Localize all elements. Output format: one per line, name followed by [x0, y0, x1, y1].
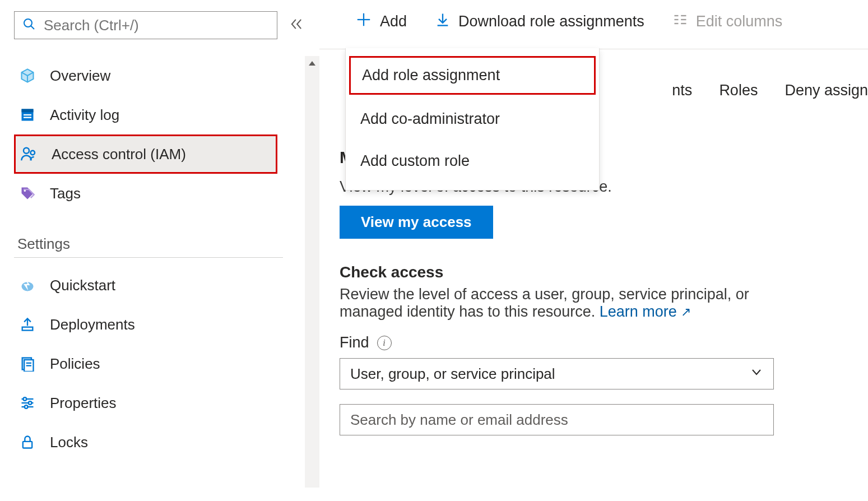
- edit-columns-button[interactable]: Edit columns: [672, 12, 783, 31]
- tab-deny-assignments-partial[interactable]: Deny assign: [785, 82, 868, 99]
- lock-icon: [18, 434, 36, 450]
- people-icon: [20, 146, 38, 163]
- find-label: Find: [340, 334, 369, 351]
- sidebar-nav: Overview Activity log Access control (IA…: [14, 56, 319, 462]
- svg-rect-8: [24, 117, 31, 118]
- svg-rect-6: [22, 109, 34, 113]
- svg-point-9: [24, 148, 29, 154]
- sliders-icon: [18, 395, 36, 411]
- sidebar-item-label: Deployments: [50, 316, 135, 333]
- sidebar: Overview Activity log Access control (IA…: [0, 0, 319, 501]
- add-button[interactable]: Add: [355, 11, 407, 32]
- find-type-select[interactable]: User, group, or service principal: [340, 358, 774, 389]
- svg-rect-14: [22, 327, 33, 331]
- find-type-value: User, group, or service principal: [350, 365, 555, 383]
- tab-roles[interactable]: Roles: [719, 82, 758, 99]
- collapse-sidebar-button[interactable]: [289, 16, 304, 34]
- columns-icon: [672, 12, 688, 31]
- sidebar-item-access-control[interactable]: Access control (IAM): [14, 134, 277, 174]
- upload-icon: [18, 317, 36, 332]
- svg-point-22: [29, 401, 32, 405]
- sidebar-divider: [14, 257, 283, 258]
- svg-line-1: [31, 26, 34, 29]
- sidebar-item-label: Quickstart: [50, 277, 115, 294]
- sidebar-item-label: Locks: [50, 434, 88, 451]
- menu-item-add-co-administrator[interactable]: Add co-administrator: [346, 98, 599, 140]
- tab-role-assignments-partial[interactable]: nts: [672, 82, 692, 99]
- download-icon: [435, 12, 451, 31]
- sidebar-item-label: Policies: [50, 355, 100, 373]
- cube-icon: [18, 68, 36, 84]
- command-bar: Add Download role assignments Edit colum…: [319, 11, 868, 49]
- main-pane: Add Download role assignments Edit colum…: [319, 0, 868, 501]
- sidebar-item-policies[interactable]: Policies: [14, 344, 297, 383]
- menu-item-add-role-assignment[interactable]: Add role assignment: [349, 56, 596, 95]
- sidebar-item-deployments[interactable]: Deployments: [14, 305, 297, 344]
- download-role-assignments-button[interactable]: Download role assignments: [435, 12, 644, 31]
- svg-rect-25: [23, 442, 32, 448]
- svg-point-10: [31, 151, 35, 155]
- sidebar-item-activity-log[interactable]: Activity log: [14, 95, 297, 134]
- svg-point-20: [24, 397, 27, 401]
- info-icon[interactable]: i: [377, 336, 392, 350]
- sidebar-item-label: Tags: [50, 185, 81, 202]
- sidebar-item-properties[interactable]: Properties: [14, 383, 297, 423]
- tabs-partial: nts Roles Deny assign: [672, 73, 868, 112]
- quickstart-icon: [18, 277, 36, 293]
- svg-rect-7: [24, 114, 31, 115]
- sidebar-item-tags[interactable]: Tags: [14, 174, 297, 213]
- svg-marker-2: [309, 61, 315, 66]
- scroll-up-icon[interactable]: [305, 56, 319, 71]
- search-icon: [22, 17, 36, 33]
- sidebar-item-overview[interactable]: Overview: [14, 56, 297, 95]
- menu-item-add-custom-role[interactable]: Add custom role: [346, 140, 599, 182]
- tags-icon: [18, 185, 36, 201]
- download-button-label: Download role assignments: [458, 13, 644, 30]
- add-dropdown-menu: Add role assignment Add co-administrator…: [345, 48, 600, 191]
- view-my-access-button[interactable]: View my access: [340, 206, 493, 239]
- sidebar-section-heading: Settings: [17, 235, 297, 253]
- find-search-placeholder: Search by name or email address: [350, 411, 568, 429]
- sidebar-scrollbar[interactable]: [305, 56, 319, 488]
- policies-icon: [18, 356, 36, 372]
- edit-columns-label: Edit columns: [696, 13, 783, 30]
- sidebar-item-label: Access control (IAM): [52, 146, 186, 163]
- plus-icon: [355, 11, 372, 32]
- sidebar-item-label: Activity log: [50, 106, 119, 124]
- chevron-down-icon: [750, 365, 763, 383]
- find-search-input[interactable]: Search by name or email address: [340, 404, 774, 435]
- external-link-icon: ↗: [681, 305, 691, 319]
- add-button-label: Add: [380, 13, 407, 30]
- check-access-heading: Check access: [340, 263, 868, 281]
- svg-point-24: [25, 405, 28, 409]
- sidebar-item-quickstart[interactable]: Quickstart: [14, 266, 297, 305]
- sidebar-search-input[interactable]: [43, 16, 269, 35]
- learn-more-link[interactable]: Learn more ↗: [600, 303, 691, 320]
- sidebar-item-locks[interactable]: Locks: [14, 423, 297, 462]
- sidebar-search[interactable]: [14, 11, 277, 39]
- check-access-description: Review the level of access a user, group…: [340, 286, 782, 321]
- sidebar-item-label: Properties: [50, 395, 117, 412]
- sidebar-item-label: Overview: [50, 67, 110, 85]
- log-icon: [18, 107, 36, 123]
- svg-point-0: [24, 19, 32, 27]
